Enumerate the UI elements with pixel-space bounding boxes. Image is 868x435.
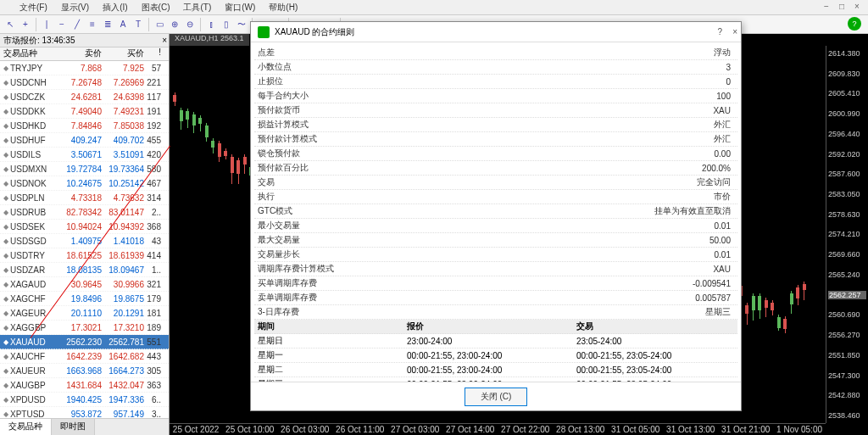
symbol-row[interactable]: USDHUF409.247409.702455 <box>0 133 169 148</box>
schedule-row: 星期一00:00-21:55, 23:00-24:0000:00-21:55, … <box>254 349 737 363</box>
symbol-row[interactable]: USDCNH7.267487.26969221 <box>0 75 169 90</box>
symbol-row[interactable]: USDILS3.506713.51091420 <box>0 148 169 162</box>
tab-tick[interactable]: 即时图 <box>52 419 95 435</box>
contract-spec-dialog: XAUAUD 的合约细则 ? × 点差浮动小数位点3止损位0每手合约大小100预… <box>250 21 742 411</box>
symbol-row[interactable]: XAUCHF1642.2391642.682443 <box>0 349 169 364</box>
symbol-row[interactable]: USDTRY18.6152518.61939414 <box>0 248 169 263</box>
spec-row: 3-日库存费星期三 <box>254 305 737 320</box>
spec-row: 预付款货币XAU <box>254 103 737 118</box>
symbol-row[interactable]: XAGAUD30.964530.9966321 <box>0 277 169 292</box>
symbol-row[interactable]: USDNOK10.2467510.25142467 <box>0 176 169 191</box>
spec-row: 最大交易量50.00 <box>254 233 737 248</box>
spec-row: 点差浮动 <box>254 46 737 60</box>
menu-insert[interactable]: 插入(I) <box>96 2 134 14</box>
spec-row: 买单调期库存费-0.009541 <box>254 276 737 291</box>
dialog-help-icon[interactable]: ? <box>718 27 723 36</box>
spec-row: 止损位0 <box>254 75 737 89</box>
dialog-footer: 关闭 (C) <box>251 382 741 410</box>
menu-window[interactable]: 窗口(W) <box>218 2 262 14</box>
dialog-titlebar[interactable]: XAUAUD 的合约细则 ? × <box>251 22 741 42</box>
hline-icon[interactable]: − <box>55 18 69 31</box>
spec-row: 执行市价 <box>254 190 737 204</box>
symbol-row[interactable]: USDCZK24.628124.6398117 <box>0 90 169 104</box>
vline-icon[interactable]: | <box>40 18 53 31</box>
cursor-icon[interactable]: ↖ <box>3 18 17 31</box>
spec-row: 预付款百分比200.0% <box>254 161 737 176</box>
symbol-row[interactable]: USDZAR18.0813518.094671.. <box>0 263 169 277</box>
symbol-row[interactable]: XPDUSD1940.4251947.3366.. <box>0 393 169 407</box>
symbol-row[interactable]: XAGGBP17.302117.3210189 <box>0 321 169 335</box>
text-icon[interactable]: A <box>116 18 130 31</box>
menu-tool[interactable]: 工具(T) <box>176 2 218 14</box>
line-icon[interactable]: 〜 <box>235 18 248 31</box>
close-icon[interactable]: × <box>849 0 865 12</box>
help-icon[interactable]: ? <box>848 17 861 31</box>
close-button[interactable]: 关闭 (C) <box>465 388 528 406</box>
spec-row: GTC模式挂单为有效直至取消 <box>254 204 737 219</box>
menu-file[interactable]: 文件(F) <box>13 2 54 14</box>
minimize-icon[interactable]: − <box>819 0 834 12</box>
spec-row: 交易量步长0.01 <box>254 248 737 262</box>
symbol-row[interactable]: TRYJPY7.8687.92557 <box>0 61 169 75</box>
time-axis: 25 Oct 202225 Oct 10:0026 Oct 03:0026 Oc… <box>170 423 826 435</box>
symbol-row[interactable]: XAUEUR1663.9681664.273305 <box>0 364 169 378</box>
spec-row: 损益计算模式外汇 <box>254 118 737 132</box>
bar-icon[interactable]: ⫿ <box>204 18 218 31</box>
symbol-row[interactable]: XAUGBP1431.6841432.047363 <box>0 378 169 393</box>
symbol-row[interactable]: USDMXN19.7278419.73364580 <box>0 162 169 176</box>
dialog-title: XAUAUD 的合约细则 <box>275 26 354 38</box>
mw-columns: 交易品种 卖价 买价 ! <box>0 47 169 61</box>
maximize-icon[interactable]: □ <box>834 0 849 12</box>
symbol-row[interactable]: XPTUSD953.872957.1493.. <box>0 407 169 418</box>
crosshair-icon[interactable]: + <box>19 18 32 31</box>
menu-chart[interactable]: 图表(C) <box>135 2 177 14</box>
zoomout-icon[interactable]: ⊖ <box>183 18 197 31</box>
menubar: 文件(F) 显示(V) 插入(I) 图表(C) 工具(T) 窗口(W) 帮助(H… <box>0 0 868 15</box>
market-watch-header: 市场报价: 13:46:35 × <box>0 34 169 47</box>
candle-icon[interactable]: ▯ <box>220 18 233 31</box>
zoomin-icon[interactable]: ⊕ <box>168 18 181 31</box>
schedule-row: 星期日23:00-24:0023:05-24:00 <box>254 334 737 349</box>
symbol-row[interactable]: XAGEUR20.111020.1291181 <box>0 306 169 321</box>
menu-help[interactable]: 帮助(H) <box>262 2 304 14</box>
spec-row: 交易完全访问 <box>254 176 737 190</box>
symbol-row[interactable]: USDSEK10.9402410.94392368 <box>0 220 169 234</box>
channel-icon[interactable]: ≡ <box>86 18 99 31</box>
spec-row: 锁仓预付款0.00 <box>254 147 737 161</box>
window-controls: − □ × <box>819 0 865 12</box>
menu-view[interactable]: 显示(V) <box>54 2 96 14</box>
market-watch: 市场报价: 13:46:35 × 交易品种 卖价 买价 ! TRYJPY7.86… <box>0 34 170 435</box>
fibo-icon[interactable]: ≣ <box>101 18 114 31</box>
spec-row: 小数位点3 <box>254 60 737 75</box>
mw-close-icon[interactable]: × <box>162 36 167 45</box>
spec-row: 每手合约大小100 <box>254 89 737 103</box>
symbol-row[interactable]: USDDKK7.490407.49231191 <box>0 104 169 119</box>
spec-row: 最小交易量0.01 <box>254 219 737 233</box>
symbol-row[interactable]: USDHKD7.848467.85038192 <box>0 119 169 133</box>
chart-tab[interactable]: XAUAUD,H1 2563.1 <box>170 34 249 46</box>
symbol-row[interactable]: USDPLN4.733184.73632314 <box>0 191 169 205</box>
symbol-row[interactable]: USDSGD1.409751.4101843 <box>0 234 169 248</box>
symbol-row[interactable]: XAGCHF19.849619.8675179 <box>0 292 169 306</box>
tab-symbols[interactable]: 交易品种 <box>0 419 52 435</box>
m1-icon[interactable]: ▭ <box>153 18 166 31</box>
spec-row: 调期库存费计算模式XAU <box>254 262 737 276</box>
schedule-row: 星期二00:00-21:55, 23:00-24:0000:00-21:55, … <box>254 363 737 377</box>
symbol-row[interactable]: USDRUB82.7834283.011472.. <box>0 205 169 220</box>
symbol-row[interactable]: XAUAUD2562.2302562.781551 <box>0 335 169 349</box>
spec-row: 卖单调期库存费0.005787 <box>254 291 737 305</box>
mw-body[interactable]: TRYJPY7.8687.92557USDCNH7.267487.2696922… <box>0 61 169 418</box>
trendline-icon[interactable]: ╱ <box>70 18 84 31</box>
label-icon[interactable]: T <box>131 18 145 31</box>
dialog-icon <box>258 26 270 38</box>
mw-tabs: 交易品种 即时图 <box>0 418 169 435</box>
dialog-close-icon[interactable]: × <box>732 27 737 36</box>
spec-row: 预付款计算模式外汇 <box>254 132 737 147</box>
price-axis: 2614.3802609.8302605.4102600.9902596.440… <box>826 46 868 423</box>
dialog-body[interactable]: 点差浮动小数位点3止损位0每手合约大小100预付款货币XAU损益计算模式外汇预付… <box>251 42 741 382</box>
